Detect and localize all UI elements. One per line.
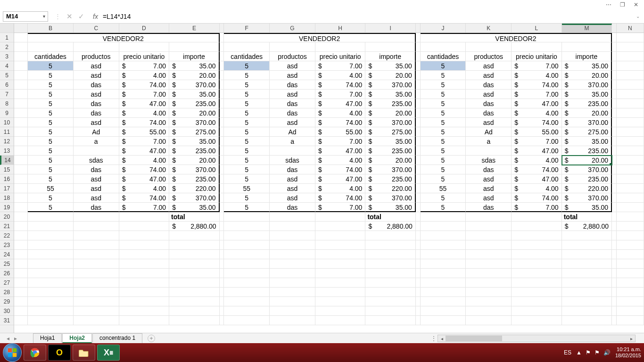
row-header[interactable]: 9 (0, 108, 14, 118)
row-header[interactable]: 13 (0, 146, 14, 156)
cell[interactable]: $7.00 (315, 90, 365, 99)
cell[interactable] (466, 259, 512, 269)
cell[interactable]: $370.00 (562, 80, 612, 90)
cell[interactable]: das (74, 80, 119, 90)
cell[interactable]: $7.00 (315, 137, 365, 146)
cell[interactable] (119, 231, 169, 240)
cell[interactable] (74, 146, 119, 156)
cell[interactable]: das (466, 80, 512, 90)
row-header[interactable]: 1 (0, 33, 14, 42)
cell[interactable] (562, 316, 612, 325)
cell[interactable] (617, 250, 644, 259)
cell[interactable]: 5 (28, 146, 74, 156)
col-header[interactable]: J (421, 24, 466, 33)
cell[interactable] (224, 278, 270, 288)
cell[interactable] (617, 90, 644, 99)
cell[interactable]: $7.00 (119, 61, 169, 71)
cell[interactable] (74, 288, 119, 297)
cell[interactable] (74, 222, 119, 231)
cell[interactable] (28, 250, 74, 259)
cell[interactable]: 5 (421, 71, 466, 80)
cell[interactable]: 5 (224, 61, 270, 71)
cell[interactable]: $7.00 (119, 137, 169, 146)
cell[interactable]: 5 (28, 193, 74, 203)
cell[interactable] (270, 222, 315, 231)
cell[interactable]: $4.00 (315, 108, 365, 118)
cell[interactable]: 5 (224, 80, 270, 90)
cell[interactable] (315, 231, 365, 240)
cell[interactable] (512, 231, 561, 240)
cell[interactable] (617, 42, 644, 52)
cell[interactable] (421, 42, 466, 52)
cell[interactable]: asd (270, 193, 315, 203)
cell[interactable] (512, 42, 561, 52)
cell[interactable]: $7.00 (119, 90, 169, 99)
cell[interactable]: $370.00 (169, 165, 220, 174)
cell[interactable]: asd (466, 61, 512, 71)
cell[interactable] (224, 316, 270, 325)
cell[interactable] (28, 269, 74, 278)
cell[interactable] (28, 259, 74, 269)
cell[interactable]: $47.00 (119, 99, 169, 108)
cell[interactable]: $7.00 (512, 137, 561, 146)
cell[interactable] (74, 306, 119, 316)
cell[interactable] (119, 297, 169, 306)
cell[interactable] (119, 222, 169, 231)
cell[interactable]: 5 (28, 165, 74, 174)
cell[interactable] (119, 240, 169, 250)
cell[interactable] (365, 288, 415, 297)
cell[interactable] (119, 269, 169, 278)
cell[interactable]: $20.00 (562, 156, 612, 165)
cell[interactable]: a (74, 137, 119, 146)
cell[interactable]: 5 (421, 99, 466, 108)
cell[interactable] (617, 52, 644, 61)
cell[interactable]: sdas (270, 156, 315, 165)
restore-icon[interactable]: ❐ (620, 1, 625, 8)
cell[interactable] (466, 146, 512, 156)
cell[interactable] (512, 278, 561, 288)
cell[interactable] (617, 61, 644, 71)
cell[interactable]: 55 (421, 184, 466, 193)
cell[interactable] (270, 278, 315, 288)
cell[interactable]: asd (270, 174, 315, 184)
cell[interactable]: $35.00 (365, 61, 416, 71)
cell[interactable] (617, 288, 644, 297)
cell[interactable]: $235.00 (562, 174, 612, 184)
cell[interactable] (617, 165, 644, 174)
row-header[interactable]: 17 (0, 184, 14, 193)
cell[interactable]: $74.00 (315, 118, 365, 127)
cell[interactable]: 5 (28, 118, 74, 127)
cell[interactable] (421, 250, 466, 259)
cell[interactable]: $35.00 (365, 137, 416, 146)
cell[interactable]: $4.00 (315, 71, 365, 80)
cell[interactable] (365, 42, 416, 52)
cell[interactable] (466, 42, 512, 52)
grid[interactable]: BCDEFGHIJKLMN VENDEDOR2VENDEDOR2VENDEDOR… (14, 24, 644, 333)
cell[interactable]: 5 (421, 174, 466, 184)
cell[interactable]: 5 (28, 61, 74, 71)
cell[interactable] (119, 42, 169, 52)
cell[interactable]: das (466, 165, 512, 174)
cell[interactable]: 5 (28, 174, 74, 184)
cell[interactable] (365, 240, 415, 250)
cell[interactable] (365, 278, 415, 288)
cell[interactable]: a (270, 137, 315, 146)
cell[interactable]: asd (74, 71, 119, 80)
cell[interactable]: das (270, 99, 315, 108)
cell[interactable]: $35.00 (169, 61, 220, 71)
cell[interactable]: $235.00 (169, 146, 220, 156)
cell[interactable]: $74.00 (512, 193, 561, 203)
cell[interactable]: 5 (224, 99, 270, 108)
taskbar-chrome-button[interactable] (24, 345, 46, 361)
cell[interactable]: $47.00 (512, 146, 561, 156)
cell[interactable]: 5 (224, 174, 270, 184)
cell[interactable]: 5 (421, 165, 466, 174)
cell[interactable]: $370.00 (169, 118, 220, 127)
cell[interactable] (466, 288, 512, 297)
col-header[interactable]: G (270, 24, 315, 33)
expand-formula-bar-icon[interactable]: ⌄ (634, 14, 642, 19)
cell[interactable]: $35.00 (562, 203, 612, 212)
cell[interactable]: 55 (224, 184, 270, 193)
cell[interactable] (512, 306, 561, 316)
cell[interactable]: $370.00 (562, 118, 612, 127)
